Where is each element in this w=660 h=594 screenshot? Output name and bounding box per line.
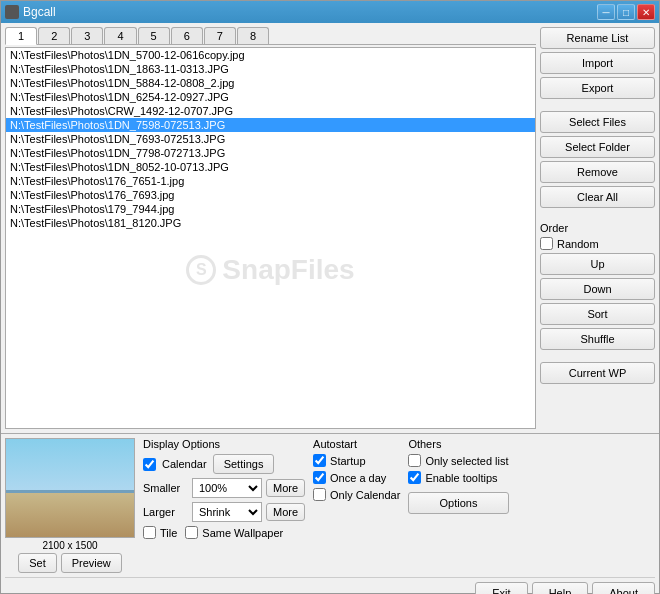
title-bar-left: Bgcall — [5, 5, 56, 19]
list-item[interactable]: N:\TestFiles\Photos\1DN_6254-12-0927.JPG — [6, 90, 535, 104]
settings-button[interactable]: Settings — [213, 454, 275, 474]
same-wallpaper-row: Same Wallpaper — [185, 526, 283, 539]
tile-label: Tile — [160, 527, 177, 539]
select-folder-button[interactable]: Select Folder — [540, 136, 655, 158]
calendar-label: Calendar — [162, 458, 207, 470]
watermark-circle: S — [186, 255, 216, 285]
smaller-select[interactable]: 100% — [192, 478, 262, 498]
wallpaper-options: Tile Same Wallpaper — [143, 526, 305, 539]
others-section: Others Only selected list Enable tooltip… — [408, 438, 508, 573]
smaller-label: Smaller — [143, 482, 188, 494]
tab-6[interactable]: 6 — [171, 27, 203, 44]
random-checkbox-row: Random — [540, 237, 655, 250]
preview-dimensions: 2100 x 1500 — [42, 540, 97, 551]
enable-tooltips-row: Enable tooltips — [408, 471, 508, 484]
remove-button[interactable]: Remove — [540, 161, 655, 183]
tab-4[interactable]: 4 — [104, 27, 136, 44]
minimize-button[interactable]: ─ — [597, 4, 615, 20]
display-options: Display Options Calendar Settings Smalle… — [143, 438, 305, 573]
same-wallpaper-label: Same Wallpaper — [202, 527, 283, 539]
down-button[interactable]: Down — [540, 278, 655, 300]
autostart-title: Autostart — [313, 438, 400, 450]
larger-select[interactable]: Shrink — [192, 502, 262, 522]
more-button-2[interactable]: More — [266, 503, 305, 521]
larger-label: Larger — [143, 506, 188, 518]
tab-1[interactable]: 1 — [5, 27, 37, 45]
calendar-row: Calendar Settings — [143, 454, 305, 474]
import-button[interactable]: Import — [540, 52, 655, 74]
select-files-button[interactable]: Select Files — [540, 111, 655, 133]
preview-image — [5, 438, 135, 538]
close-button[interactable]: ✕ — [637, 4, 655, 20]
tab-7[interactable]: 7 — [204, 27, 236, 44]
about-button[interactable]: About — [592, 582, 655, 594]
preview-container: 2100 x 1500 Set Preview — [5, 438, 135, 573]
shuffle-button[interactable]: Shuffle — [540, 328, 655, 350]
main-content: 12345678 N:\TestFiles\Photos\1DN_5700-12… — [1, 23, 659, 433]
tabs-bar: 12345678 — [5, 27, 536, 45]
preview-button[interactable]: Preview — [61, 553, 122, 573]
only-calendar-row: Only Calendar — [313, 488, 400, 501]
list-item[interactable]: N:\TestFiles\Photos\1DN_7693-072513.JPG — [6, 132, 535, 146]
list-item[interactable]: N:\TestFiles\Photos\1DN_5700-12-0616copy… — [6, 48, 535, 62]
exit-button[interactable]: Exit — [475, 582, 527, 594]
autostart-section: Autostart Startup Once a day Only Calend… — [313, 438, 400, 573]
list-item[interactable]: N:\TestFiles\Photos\176_7651-1.jpg — [6, 174, 535, 188]
tile-row: Tile — [143, 526, 177, 539]
restore-button[interactable]: □ — [617, 4, 635, 20]
clear-all-button[interactable]: Clear All — [540, 186, 655, 208]
list-item[interactable]: N:\TestFiles\Photos\1DN_7598-072513.JPG — [6, 118, 535, 132]
enable-tooltips-label: Enable tooltips — [425, 472, 497, 484]
startup-row: Startup — [313, 454, 400, 467]
tab-5[interactable]: 5 — [138, 27, 170, 44]
random-label: Random — [557, 238, 599, 250]
once-a-day-checkbox[interactable] — [313, 471, 326, 484]
bottom-row1: 2100 x 1500 Set Preview Display Options … — [5, 438, 655, 573]
file-list[interactable]: N:\TestFiles\Photos\1DN_5700-12-0616copy… — [5, 47, 536, 429]
once-a-day-row: Once a day — [313, 471, 400, 484]
export-button[interactable]: Export — [540, 77, 655, 99]
startup-checkbox[interactable] — [313, 454, 326, 467]
startup-label: Startup — [330, 455, 365, 467]
tab-3[interactable]: 3 — [71, 27, 103, 44]
larger-row: Larger Shrink More — [143, 502, 305, 522]
list-item[interactable]: N:\TestFiles\Photos\1DN_7798-072713.JPG — [6, 146, 535, 160]
list-item[interactable]: N:\TestFiles\Photos\181_8120.JPG — [6, 216, 535, 230]
list-item[interactable]: N:\TestFiles\Photos\1DN_1863-11-0313.JPG — [6, 62, 535, 76]
only-calendar-checkbox[interactable] — [313, 488, 326, 501]
list-item[interactable]: N:\TestFiles\Photos\1DN_8052-10-0713.JPG — [6, 160, 535, 174]
options-button[interactable]: Options — [408, 492, 508, 514]
left-panel: 12345678 N:\TestFiles\Photos\1DN_5700-12… — [5, 27, 536, 429]
window-title: Bgcall — [23, 5, 56, 19]
list-item[interactable]: N:\TestFiles\Photos\CRW_1492-12-0707.JPG — [6, 104, 535, 118]
same-wallpaper-checkbox[interactable] — [185, 526, 198, 539]
rename-list-button[interactable]: Rename List — [540, 27, 655, 49]
random-checkbox[interactable] — [540, 237, 553, 250]
sort-button[interactable]: Sort — [540, 303, 655, 325]
current-wp-button[interactable]: Current WP — [540, 362, 655, 384]
main-window: Bgcall ─ □ ✕ 12345678 N:\TestFiles\Photo… — [0, 0, 660, 594]
more-button-1[interactable]: More — [266, 479, 305, 497]
order-label: Order — [540, 222, 655, 234]
list-item[interactable]: N:\TestFiles\Photos\179_7944.jpg — [6, 202, 535, 216]
tab-2[interactable]: 2 — [38, 27, 70, 44]
preview-btn-row: Set Preview — [18, 553, 122, 573]
only-selected-list-checkbox[interactable] — [408, 454, 421, 467]
calendar-checkbox[interactable] — [143, 458, 156, 471]
set-button[interactable]: Set — [18, 553, 57, 573]
only-selected-list-label: Only selected list — [425, 455, 508, 467]
app-icon — [5, 5, 19, 19]
tile-checkbox[interactable] — [143, 526, 156, 539]
watermark-brand: SnapFiles — [222, 254, 354, 286]
help-button[interactable]: Help — [532, 582, 589, 594]
smaller-row: Smaller 100% More — [143, 478, 305, 498]
only-selected-list-row: Only selected list — [408, 454, 508, 467]
enable-tooltips-checkbox[interactable] — [408, 471, 421, 484]
display-options-title: Display Options — [143, 438, 305, 450]
list-item[interactable]: N:\TestFiles\Photos\1DN_5884-12-0808_2.j… — [6, 76, 535, 90]
others-title: Others — [408, 438, 508, 450]
tab-8[interactable]: 8 — [237, 27, 269, 44]
list-item[interactable]: N:\TestFiles\Photos\176_7693.jpg — [6, 188, 535, 202]
bottom-panel: 2100 x 1500 Set Preview Display Options … — [1, 433, 659, 593]
up-button[interactable]: Up — [540, 253, 655, 275]
